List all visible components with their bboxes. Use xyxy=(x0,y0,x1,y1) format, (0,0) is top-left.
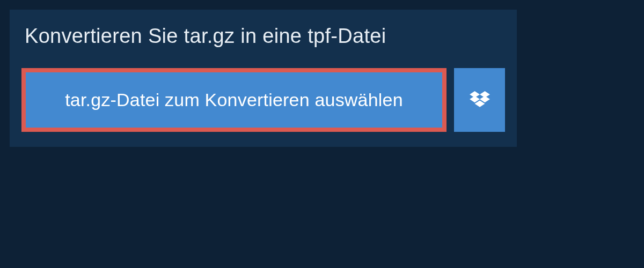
page-title: Konvertieren Sie tar.gz in eine tpf-Date… xyxy=(10,10,517,68)
select-file-button[interactable]: tar.gz-Datei zum Konvertieren auswählen xyxy=(21,68,447,132)
converter-panel: Konvertieren Sie tar.gz in eine tpf-Date… xyxy=(10,10,517,147)
select-file-label: tar.gz-Datei zum Konvertieren auswählen xyxy=(65,90,403,110)
dropbox-icon xyxy=(470,91,490,109)
dropbox-button[interactable] xyxy=(454,68,505,132)
button-row: tar.gz-Datei zum Konvertieren auswählen xyxy=(10,68,517,136)
